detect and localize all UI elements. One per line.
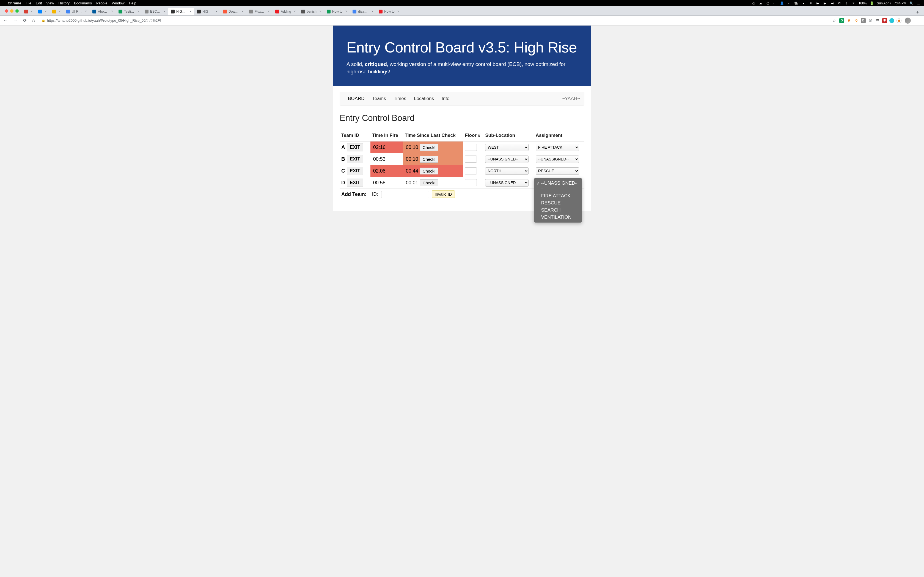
profile-avatar[interactable] — [905, 18, 911, 24]
reload-button[interactable]: ⟳ — [22, 17, 28, 24]
extension-d-icon[interactable]: D — [861, 18, 866, 23]
browser-menu-button[interactable]: ⋮ — [914, 18, 922, 23]
dropdown-icon[interactable]: ▾ — [801, 2, 806, 5]
browser-tab[interactable]: Flux – R× — [246, 8, 273, 15]
menubar-item[interactable]: History — [58, 1, 69, 5]
browser-tab[interactable]: disable× — [350, 8, 376, 15]
assignment-option[interactable]: VENTILATION — [534, 214, 582, 221]
next-track-icon[interactable]: ⏭ — [830, 2, 834, 5]
tab-close-icon[interactable]: × — [216, 10, 218, 13]
tab-close-icon[interactable]: × — [397, 10, 399, 13]
menubar-item[interactable]: Bookmarks — [74, 1, 92, 5]
menubar-time[interactable]: 7:44 PM — [894, 2, 906, 5]
browser-tab[interactable]: HIGH_R× — [194, 8, 220, 15]
circle-icon[interactable]: ○ — [787, 2, 792, 5]
tab-close-icon[interactable]: × — [345, 10, 347, 13]
battery-icon[interactable]: 🔋 — [870, 2, 874, 5]
nav-board[interactable]: BOARD — [344, 96, 368, 102]
tab-close-icon[interactable]: × — [85, 10, 87, 13]
browser-tab[interactable]: HIGH_R× — [168, 8, 194, 15]
forward-button[interactable]: → — [12, 17, 19, 24]
browser-tab[interactable]: How to× — [376, 8, 402, 15]
star-icon[interactable]: ☆ — [832, 18, 836, 23]
extension-teal-icon[interactable] — [889, 18, 894, 23]
assignment-option[interactable]: SEARCH — [534, 206, 582, 214]
menubar-item[interactable]: Window — [111, 1, 124, 5]
floor-input[interactable] — [465, 167, 477, 174]
menubar-app[interactable]: Chrome — [8, 1, 21, 5]
home-button[interactable]: ⌂ — [31, 17, 36, 24]
shield-icon[interactable]: ⬠ — [766, 2, 770, 5]
assignment-option[interactable]: --UNASSIGNED-- — [534, 180, 582, 192]
tab-close-icon[interactable]: × — [45, 10, 47, 13]
nav-teams[interactable]: Teams — [368, 96, 390, 102]
tab-close-icon[interactable]: × — [371, 10, 373, 13]
creative-cloud-icon[interactable]: ◎ — [751, 2, 756, 5]
floor-input[interactable] — [465, 179, 477, 186]
menubar-item[interactable]: People — [96, 1, 107, 5]
rectangle-icon[interactable]: ▭ — [773, 2, 777, 5]
prev-track-icon[interactable]: ⏮ — [816, 2, 820, 5]
browser-tab[interactable]: × — [50, 8, 63, 15]
cloud-upload-icon[interactable]: ☁ — [758, 2, 763, 5]
browser-tab[interactable]: Testing× — [116, 8, 142, 15]
assignment-select[interactable]: RESCUE — [536, 167, 579, 175]
evernote-icon[interactable]: 🐘 — [794, 2, 799, 5]
back-button[interactable]: ← — [2, 17, 9, 24]
check-button[interactable]: Check! — [420, 156, 439, 163]
floor-input[interactable] — [465, 156, 477, 163]
nav-brand[interactable]: ~YAAH~ — [562, 96, 580, 102]
tab-close-icon[interactable]: × — [294, 10, 296, 13]
browser-tab[interactable]: UI Requ× — [63, 8, 90, 15]
extension-icon[interactable]: G — [839, 18, 844, 23]
nav-times[interactable]: Times — [390, 96, 410, 102]
menubar-item[interactable]: File — [26, 1, 31, 5]
floor-input[interactable] — [465, 144, 477, 151]
tab-close-icon[interactable]: × — [189, 10, 191, 13]
browser-tab[interactable]: × — [36, 8, 50, 15]
extension-ublock-icon[interactable]: ⛊ — [882, 18, 887, 23]
play-icon[interactable]: ▶ — [823, 2, 827, 5]
bluetooth-icon[interactable]: ᛒ — [844, 2, 849, 5]
browser-tab[interactable]: How to× — [324, 8, 350, 15]
check-button[interactable]: Check! — [420, 168, 439, 174]
extension-w-icon[interactable]: W — [875, 18, 880, 23]
sublocation-select[interactable]: NORTH — [485, 167, 528, 175]
menubar-item[interactable]: Help — [129, 1, 136, 5]
nav-locations[interactable]: Locations — [410, 96, 438, 102]
browser-tab[interactable]: About V× — [90, 8, 116, 15]
new-tab-button[interactable]: + — [913, 10, 922, 15]
menubar-date[interactable]: Sun Apr 7 — [877, 2, 892, 5]
battery-percent[interactable]: 100% — [859, 2, 867, 5]
exit-button[interactable]: EXIT — [347, 179, 363, 187]
extension-iq-icon[interactable]: IQ — [854, 18, 859, 23]
tab-close-icon[interactable]: × — [319, 10, 321, 13]
assignment-select[interactable]: FIRE ATTACK — [536, 144, 579, 151]
user-icon[interactable]: 👤 — [780, 2, 784, 5]
url-field[interactable]: 🔒 https://amanb2000.github.io/yaah/Proto… — [39, 18, 829, 23]
extension-circle-icon[interactable]: ◉ — [897, 18, 901, 23]
extension-chat-icon[interactable]: 💬 — [868, 18, 873, 23]
menubar-item[interactable]: Edit — [36, 1, 42, 5]
browser-tab[interactable]: benish× — [298, 8, 324, 15]
check-button[interactable]: Check! — [420, 144, 439, 151]
maximize-window-button[interactable] — [15, 9, 19, 13]
sublocation-select[interactable]: WEST — [485, 144, 528, 151]
minimize-window-button[interactable] — [10, 9, 13, 13]
tab-close-icon[interactable]: × — [137, 10, 139, 13]
browser-tab[interactable]: Adding× — [273, 8, 298, 15]
tab-close-icon[interactable]: × — [242, 10, 244, 13]
add-team-id-input[interactable] — [381, 191, 429, 198]
nav-info[interactable]: Info — [438, 96, 453, 102]
sublocation-select[interactable]: --UNASSIGNED-- — [485, 179, 528, 187]
exit-button[interactable]: EXIT — [347, 143, 363, 152]
exit-button[interactable]: EXIT — [347, 167, 363, 175]
menubar-item[interactable]: View — [46, 1, 54, 5]
tab-close-icon[interactable]: × — [111, 10, 113, 13]
close-window-button[interactable] — [5, 9, 8, 13]
browser-tab[interactable]: × — [21, 8, 36, 15]
assignment-option[interactable]: FIRE ATTACK — [534, 192, 582, 200]
exit-button[interactable]: EXIT — [347, 155, 363, 163]
check-button[interactable]: Check! — [420, 179, 439, 186]
browser-tab[interactable]: ESC102× — [142, 8, 168, 15]
